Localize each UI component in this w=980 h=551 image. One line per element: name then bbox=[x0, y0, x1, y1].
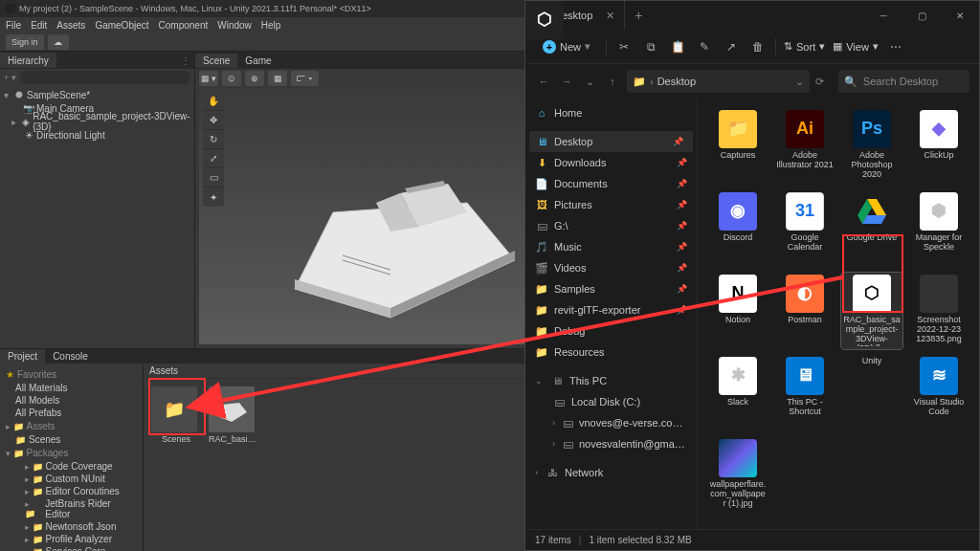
local-button[interactable]: ⊕ bbox=[245, 71, 264, 86]
explorer-titlebar[interactable]: 📁 Desktop ✕ + ─ ▢ ✕ bbox=[525, 1, 979, 30]
scale-tool[interactable]: ⤢ bbox=[203, 149, 224, 168]
package-item[interactable]: ▸ 📁Profile Analyzer bbox=[0, 533, 143, 545]
file-item[interactable]: ⬡Unity bbox=[841, 355, 902, 431]
sort-dropdown[interactable]: ⇅ Sort ▾ bbox=[784, 40, 825, 53]
sidebar-drive-c[interactable]: 🖴Local Disk (C:) bbox=[525, 391, 697, 412]
hierarchy-scene-row[interactable]: ▾⬣SampleScene* bbox=[0, 88, 194, 101]
menu-component[interactable]: Component bbox=[159, 20, 209, 31]
sidebar-revit-exporter[interactable]: 📁revit-glTF-exporter📌 bbox=[525, 299, 697, 320]
delete-icon[interactable]: 🗑 bbox=[748, 40, 768, 54]
close-icon[interactable]: ✕ bbox=[941, 1, 979, 30]
file-item[interactable]: PsAdobe Photoshop 2020 bbox=[841, 108, 902, 185]
package-item[interactable]: ▸ 📁Services Core bbox=[0, 545, 143, 551]
file-item[interactable]: ◐Postman bbox=[774, 273, 835, 349]
menu-window[interactable]: Window bbox=[217, 20, 252, 31]
sidebar-drive-h[interactable]: ›🖴novesvalentin@gmail.com - Goo… (H:) bbox=[525, 433, 697, 454]
scene-tab[interactable]: Scene bbox=[195, 54, 237, 68]
explorer-file-grid[interactable]: 📁CapturesAiAdobe Illustrator 2021PsAdobe… bbox=[698, 99, 979, 529]
file-item[interactable]: ◉Discord bbox=[707, 190, 768, 267]
address-bar[interactable]: 📁 › Desktop ⌄ bbox=[627, 70, 810, 93]
sidebar-pictures[interactable]: 🖼Pictures📌 bbox=[525, 194, 697, 215]
file-item[interactable]: 📁Captures bbox=[707, 108, 768, 185]
sidebar-documents[interactable]: 📄Documents📌 bbox=[525, 173, 697, 194]
sidebar-videos[interactable]: 🎬Videos📌 bbox=[525, 257, 697, 278]
cloud-button[interactable]: ☁ bbox=[48, 34, 69, 50]
package-item[interactable]: ▸ 📁JetBrains Rider Editor bbox=[0, 497, 143, 520]
package-item[interactable]: ▸ 📁Newtonsoft Json bbox=[0, 520, 143, 533]
transform-tool[interactable]: ✦ bbox=[203, 187, 224, 207]
file-item[interactable]: ≋Visual Studio Code bbox=[908, 355, 969, 431]
favorite-item[interactable]: All Materials bbox=[0, 382, 143, 394]
close-tab-icon[interactable]: ✕ bbox=[606, 10, 614, 22]
file-item[interactable]: ◆ClickUp bbox=[908, 108, 969, 185]
panel-menu-icon[interactable]: ⋮ bbox=[181, 55, 194, 66]
refresh-icon[interactable]: ⟳ bbox=[815, 76, 833, 88]
nav-forward-icon[interactable]: → bbox=[558, 76, 575, 87]
file-item[interactable]: 31Google Calendar bbox=[774, 190, 835, 267]
view-dropdown[interactable]: ▦ View ▾ bbox=[833, 40, 879, 53]
sidebar-network[interactable]: ›🖧Network bbox=[525, 462, 697, 483]
grid-button[interactable]: ▦ bbox=[268, 71, 287, 86]
console-tab[interactable]: Console bbox=[45, 349, 96, 364]
new-tab-button[interactable]: + bbox=[625, 8, 652, 23]
sidebar-drive-e[interactable]: ›🖴vnoves@e-verse.com - Google D… (E:) bbox=[525, 412, 697, 433]
assets-item[interactable]: 📁Scenes bbox=[0, 433, 143, 446]
hand-tool[interactable]: ✋ bbox=[203, 92, 224, 111]
tool-dropdown[interactable]: ▦ ▾ bbox=[199, 71, 218, 86]
project-tab[interactable]: Project bbox=[0, 349, 45, 364]
asset-folder[interactable]: 📁 Scenes bbox=[151, 386, 201, 444]
packages-section[interactable]: ▾ 📁Packages bbox=[0, 446, 143, 460]
favorite-item[interactable]: All Prefabs bbox=[0, 407, 143, 419]
game-tab[interactable]: Game bbox=[237, 54, 278, 68]
sidebar-downloads[interactable]: ⬇Downloads📌 bbox=[525, 152, 697, 173]
file-item[interactable]: ⬢Manager for Speckle bbox=[908, 190, 969, 267]
file-item[interactable]: wallpaperflare.com_wallpaper (1).jpg bbox=[707, 437, 768, 514]
package-item[interactable]: ▸ 📁Code Coverage bbox=[0, 460, 143, 473]
menu-file[interactable]: File bbox=[6, 20, 21, 31]
assets-section[interactable]: ▸ 📁Assets bbox=[0, 419, 143, 433]
minimize-icon[interactable]: ─ bbox=[864, 1, 902, 30]
file-item[interactable]: Screenshot 2022-12-23 123835.png bbox=[908, 273, 969, 349]
sidebar-home[interactable]: ⌂Home bbox=[525, 102, 697, 123]
paste-icon[interactable]: 📋 bbox=[668, 40, 687, 54]
hierarchy-tab[interactable]: Hierarchy bbox=[0, 53, 56, 68]
signin-button[interactable]: Sign in bbox=[6, 34, 44, 50]
file-item[interactable]: NNotion bbox=[707, 273, 768, 349]
move-tool[interactable]: ✥ bbox=[203, 111, 224, 130]
file-item[interactable]: ⬡RAC_basic_sample_project-3DView-{3D}.fb… bbox=[841, 273, 902, 349]
package-item[interactable]: ▸ 📁Custom NUnit bbox=[0, 473, 143, 485]
menu-edit[interactable]: Edit bbox=[31, 20, 47, 31]
package-item[interactable]: ▸ 📁Editor Coroutines bbox=[0, 485, 143, 497]
menu-assets[interactable]: Assets bbox=[56, 20, 85, 31]
nav-back-icon[interactable]: ← bbox=[535, 76, 552, 87]
nav-up-icon[interactable]: ↑ bbox=[604, 76, 621, 87]
nav-recent-icon[interactable]: ⌄ bbox=[581, 76, 598, 88]
file-item[interactable]: 🖥This PC - Shortcut bbox=[774, 355, 835, 431]
sidebar-drive-g[interactable]: 🖴G:\📌 bbox=[525, 215, 697, 236]
sidebar-thispc[interactable]: ⌄🖥This PC bbox=[525, 370, 697, 391]
copy-icon[interactable]: ⧉ bbox=[641, 40, 660, 54]
rect-tool[interactable]: ▭ bbox=[203, 168, 224, 187]
snap-button[interactable]: ⫍ ▾ bbox=[291, 71, 319, 86]
more-icon[interactable]: ⋯ bbox=[886, 40, 905, 54]
sidebar-music[interactable]: 🎵Music📌 bbox=[525, 236, 697, 257]
hierarchy-search[interactable] bbox=[20, 71, 190, 84]
file-item[interactable]: AiAdobe Illustrator 2021 bbox=[774, 108, 835, 185]
file-item[interactable]: ✱Slack bbox=[707, 355, 768, 431]
hierarchy-item[interactable]: ▸◈RAC_basic_sample_project-3DView-{3D} bbox=[0, 115, 194, 128]
sidebar-debug[interactable]: 📁Debug bbox=[525, 320, 697, 342]
create-dropdown[interactable]: + ▾ bbox=[4, 73, 16, 82]
rotate-tool[interactable]: ↻ bbox=[203, 130, 224, 149]
share-icon[interactable]: ↗ bbox=[722, 40, 741, 54]
menu-gameobject[interactable]: GameObject bbox=[95, 20, 148, 31]
favorites-section[interactable]: ★Favorites bbox=[0, 367, 143, 382]
pivot-button[interactable]: ⊙ bbox=[222, 71, 241, 86]
sidebar-desktop[interactable]: 🖥Desktop📌 bbox=[529, 131, 693, 152]
sidebar-resources[interactable]: 📁Resources bbox=[525, 342, 697, 363]
explorer-search-input[interactable]: 🔍 Search Desktop bbox=[838, 70, 969, 93]
rename-icon[interactable]: ✎ bbox=[695, 40, 714, 54]
maximize-icon[interactable]: ▢ bbox=[902, 1, 941, 30]
cut-icon[interactable]: ✂ bbox=[614, 40, 634, 54]
file-item[interactable]: Google Drive bbox=[841, 190, 902, 267]
menu-help[interactable]: Help bbox=[261, 20, 281, 31]
